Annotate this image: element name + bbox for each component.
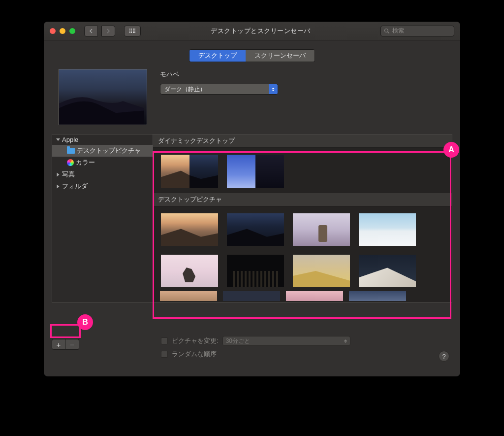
close-button[interactable] (50, 28, 56, 34)
svg-line-1 (388, 32, 389, 33)
svg-point-0 (385, 29, 388, 32)
section-header-dynamic: ダイナミックデスクトップ (153, 134, 452, 148)
thumb-solar-gradients[interactable] (227, 155, 284, 188)
thumb-mojave-dynamic[interactable] (161, 155, 218, 188)
popup-arrows-icon (344, 339, 347, 343)
annotation-a-label: A (443, 142, 459, 158)
sidebar-item-photos[interactable]: 写真 (52, 168, 153, 180)
source-sidebar: Apple デスクトップピクチャ カラー 写真 フォルダ (52, 134, 153, 302)
change-options: ピクチャを変更: 30分ごと ランダムな順序 (161, 336, 350, 363)
thumb-desert-rock[interactable] (293, 213, 350, 246)
preferences-window: デスクトップとスクリーンセーバ 検索 デスクトップ スクリーンセーバ モハベ ダ… (44, 22, 460, 376)
thumb-partial[interactable] (349, 291, 406, 301)
window-title: デスクトップとスクリーンセーバ (145, 27, 377, 35)
wallpaper-name: モハベ (160, 70, 445, 79)
random-order-label: ランダムな順序 (172, 350, 217, 359)
sidebar-add-remove: + − (52, 339, 79, 350)
disclosure-triangle-icon (57, 184, 60, 188)
titlebar: デスクトップとスクリーンセーバ 検索 (44, 22, 460, 40)
sidebar-item-desktop-pictures[interactable]: デスクトップピクチャ (52, 145, 153, 157)
change-picture-label: ピクチャを変更: (172, 336, 219, 345)
sidebar-label: 写真 (62, 170, 75, 179)
popup-arrows-icon (269, 84, 278, 94)
section-header-pictures: デスクトップピクチャ (153, 193, 452, 206)
sidebar-item-folders[interactable]: フォルダ (52, 180, 153, 192)
wallpaper-info: モハベ ダーク（静止） (160, 69, 445, 95)
annotation-b-label: B (77, 314, 93, 330)
wallpaper-gallery: ダイナミックデスクトップ デスクトップピクチャ (153, 134, 452, 302)
picture-thumbnails (153, 206, 452, 292)
sidebar-item-apple[interactable]: Apple (52, 134, 153, 145)
current-wallpaper-section: モハベ ダーク（静止） (44, 69, 460, 134)
add-folder-button[interactable]: + (52, 339, 65, 350)
grid-icon (129, 29, 136, 33)
picture-thumbnails-row3 (153, 290, 452, 302)
color-wheel-icon (67, 159, 74, 166)
search-placeholder: 検索 (392, 27, 404, 35)
remove-folder-button[interactable]: − (65, 339, 79, 350)
sidebar-item-colors[interactable]: カラー (52, 157, 153, 168)
disclosure-triangle-icon (56, 138, 60, 141)
thumb-salt-flat[interactable] (359, 213, 416, 246)
sidebar-label: Apple (62, 136, 78, 143)
forward-button[interactable] (101, 26, 115, 36)
thumb-partial[interactable] (160, 291, 217, 301)
folder-icon (67, 148, 75, 154)
zoom-button[interactable] (69, 28, 75, 34)
appearance-mode-popup[interactable]: ダーク（静止） (160, 84, 278, 95)
dynamic-thumbnails (153, 148, 452, 193)
tab-desktop[interactable]: デスクトップ (189, 50, 246, 62)
thumb-sea-rock[interactable] (161, 255, 218, 287)
thumb-city-night[interactable] (227, 255, 284, 287)
thumb-mojave-day[interactable] (161, 213, 218, 246)
show-all-button[interactable] (124, 26, 141, 36)
thumb-partial[interactable] (286, 291, 343, 301)
segmented-control: デスクトップ スクリーンセーバ (189, 49, 315, 62)
disclosure-triangle-icon (57, 172, 60, 176)
main-content: Apple デスクトップピクチャ カラー 写真 フォルダ ダイナミックデスクトッ… (44, 134, 460, 302)
window-controls (50, 28, 75, 34)
back-button[interactable] (84, 26, 98, 36)
annotation-b-box (50, 324, 81, 338)
thumb-mojave-night[interactable] (227, 213, 284, 246)
tab-bar: デスクトップ スクリーンセーバ (44, 40, 460, 69)
minimize-button[interactable] (60, 28, 65, 34)
sidebar-label: フォルダ (62, 182, 88, 191)
sidebar-label: デスクトップピクチャ (77, 146, 141, 155)
search-field[interactable]: 検索 (380, 26, 454, 36)
search-icon (384, 28, 390, 34)
wallpaper-preview (59, 69, 147, 125)
thumb-partial[interactable] (223, 291, 280, 301)
interval-value: 30分ごと (226, 337, 250, 345)
sidebar-label: カラー (76, 158, 95, 167)
thumb-gold-dunes[interactable] (293, 255, 350, 287)
random-order-checkbox[interactable] (161, 351, 168, 358)
tab-screensaver[interactable]: スクリーンセーバ (246, 50, 315, 62)
interval-popup[interactable]: 30分ごと (222, 336, 350, 346)
thumb-white-dune[interactable] (359, 255, 416, 287)
appearance-mode-value: ダーク（静止） (164, 85, 206, 94)
help-button[interactable]: ? (439, 351, 449, 362)
change-picture-checkbox[interactable] (161, 337, 168, 344)
